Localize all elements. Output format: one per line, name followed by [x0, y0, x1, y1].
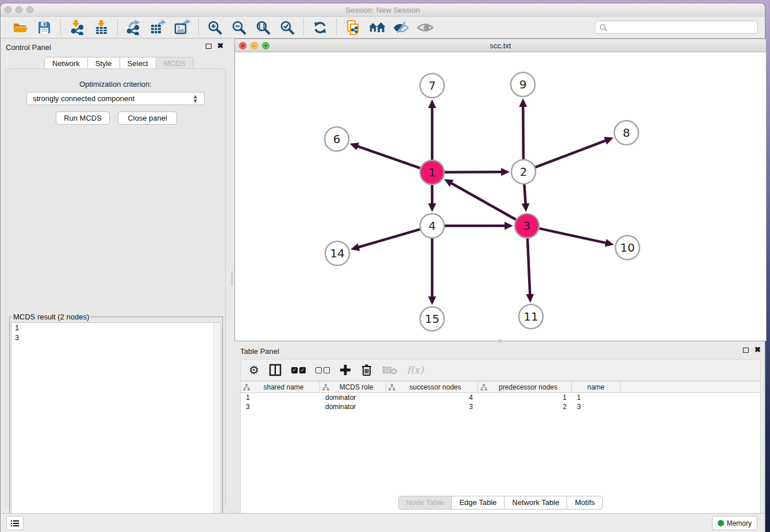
add-column-button[interactable]	[340, 363, 351, 377]
tree-icon	[388, 384, 395, 391]
tree-icon	[243, 384, 250, 391]
close-panel-button[interactable]: Close panel	[118, 111, 177, 125]
criterion-select[interactable]: strongly connected component ▲▼	[26, 92, 205, 105]
export-table-button[interactable]	[149, 19, 167, 36]
table-cell: 3	[572, 402, 621, 411]
table-cell: 1	[241, 393, 320, 402]
unchecked-box-icon	[315, 367, 322, 373]
table-row[interactable]: 1dominator411	[241, 393, 760, 402]
column-header-successor-nodes[interactable]: successor nodes	[386, 381, 478, 392]
function-builder-button[interactable]: f(x)	[407, 363, 424, 377]
table-panel-title: Table Panel	[240, 347, 279, 356]
close-panel-icon[interactable]: ✖	[217, 43, 224, 49]
refresh-button[interactable]	[311, 19, 329, 36]
panel-splitter[interactable]	[230, 38, 234, 513]
graph-edge-3-1[interactable]	[451, 183, 516, 219]
import-network-button[interactable]	[68, 19, 86, 36]
network-canvas[interactable]: 7968124314101511	[235, 52, 766, 341]
tree-icon	[322, 384, 329, 391]
main-content: Control Panel ✖ NetworkStyleSelectMCDS O…	[1, 38, 765, 513]
hide-eye-button[interactable]	[392, 19, 410, 36]
search-input[interactable]	[607, 23, 753, 32]
control-panel-header: Control Panel ✖	[1, 38, 230, 56]
delete-table-icon	[382, 365, 397, 375]
export-image-button[interactable]	[174, 19, 191, 36]
graph-edge-1-6[interactable]	[357, 146, 420, 168]
column-header-predecessor-nodes[interactable]: predecessor nodes	[478, 381, 572, 392]
delete-table-button[interactable]	[382, 363, 397, 377]
graph-edge-2-8[interactable]	[536, 140, 607, 167]
graph-node-label: 9	[519, 78, 527, 91]
mcds-panel: Optimization criterion: strongly connect…	[5, 68, 226, 507]
graph-edge-2-9[interactable]	[523, 106, 523, 159]
graph-node-label: 1	[429, 165, 436, 179]
function-icon: f(x)	[407, 364, 424, 376]
tab-network-table[interactable]: Network Table	[504, 496, 567, 510]
graph-arrowhead	[505, 222, 513, 230]
graph-node-label: 14	[330, 246, 344, 260]
graph-node-label: 7	[429, 79, 436, 92]
control-panel-title: Control Panel	[6, 43, 51, 52]
zoom-out-button[interactable]	[230, 19, 248, 36]
deselect-all-columns-button[interactable]	[315, 363, 330, 377]
zoom-fit-icon	[256, 20, 271, 35]
split-panel-button[interactable]	[269, 363, 282, 377]
export-table-icon	[149, 20, 167, 35]
run-mcds-button[interactable]: Run MCDS	[56, 111, 110, 125]
application-window: Session: New Session	[0, 3, 765, 532]
graph-arrowhead	[526, 294, 534, 303]
open-session-button[interactable]	[11, 19, 29, 36]
tab-node-table[interactable]: Node Table	[398, 496, 452, 510]
delete-column-button[interactable]	[361, 363, 372, 377]
main-titlebar: Session: New Session	[1, 3, 765, 17]
graph-edge-4-14[interactable]	[358, 229, 420, 248]
table-row[interactable]: 3dominator323	[241, 402, 760, 411]
checked-box-icon: ✓	[299, 367, 306, 373]
table-cell: 2	[478, 402, 572, 411]
task-history-button[interactable]	[6, 516, 24, 530]
tab-motifs[interactable]: Motifs	[567, 496, 603, 510]
status-bar: Memory	[1, 513, 765, 532]
window-title: Session: New Session	[1, 6, 765, 14]
houses-button[interactable]	[368, 19, 386, 36]
result-scrollbar[interactable]	[213, 323, 221, 531]
splitter-grip	[231, 271, 233, 286]
memory-button[interactable]: Memory	[712, 516, 757, 530]
graph-edge-3-10[interactable]	[539, 229, 606, 243]
table-settings-button[interactable]: ⚙	[249, 363, 259, 377]
export-image-icon	[174, 20, 191, 35]
import-table-button[interactable]	[93, 19, 110, 36]
zoom-fit-button[interactable]	[255, 19, 272, 36]
column-header-MCDS-role[interactable]: MCDS role	[320, 381, 386, 392]
show-eye-button[interactable]	[417, 19, 434, 36]
search-area	[595, 21, 758, 34]
list-icon	[10, 519, 20, 527]
export-network-icon	[126, 20, 142, 35]
save-session-button[interactable]	[36, 19, 53, 36]
zoom-in-button[interactable]	[206, 19, 224, 36]
horizontal-splitter-grip[interactable]	[498, 340, 502, 342]
graph-edge-3-11[interactable]	[528, 238, 530, 295]
graph-arrowhead	[351, 243, 360, 250]
close-table-panel-icon[interactable]: ✖	[754, 347, 761, 353]
mcds-result-list[interactable]: 13	[11, 322, 221, 531]
tree-icon	[480, 384, 487, 391]
table-panel: Table Panel ✖ ⚙ ✓ ✓	[234, 343, 767, 513]
export-network-button[interactable]	[125, 19, 143, 36]
graph-node-label: 4	[429, 219, 436, 233]
graph-edge-1-2[interactable]	[445, 172, 502, 172]
memory-label: Memory	[727, 519, 752, 527]
zoom-selected-button[interactable]	[279, 19, 296, 36]
float-table-panel-icon[interactable]	[743, 348, 749, 353]
float-panel-icon[interactable]	[206, 44, 211, 49]
graph-edge-2-3[interactable]	[524, 184, 525, 205]
tab-edge-table[interactable]: Edge Table	[451, 496, 505, 510]
search-field[interactable]	[595, 21, 758, 34]
eye-icon	[417, 20, 434, 35]
graph-node-label: 2	[520, 165, 528, 179]
duplicate-network-button[interactable]	[344, 19, 361, 36]
column-header-name[interactable]: name	[572, 381, 621, 392]
column-header-shared-name[interactable]: shared name	[241, 381, 320, 392]
table-header-row: shared nameMCDS rolesuccessor nodesprede…	[241, 381, 760, 393]
select-all-columns-button[interactable]: ✓ ✓	[291, 363, 306, 377]
